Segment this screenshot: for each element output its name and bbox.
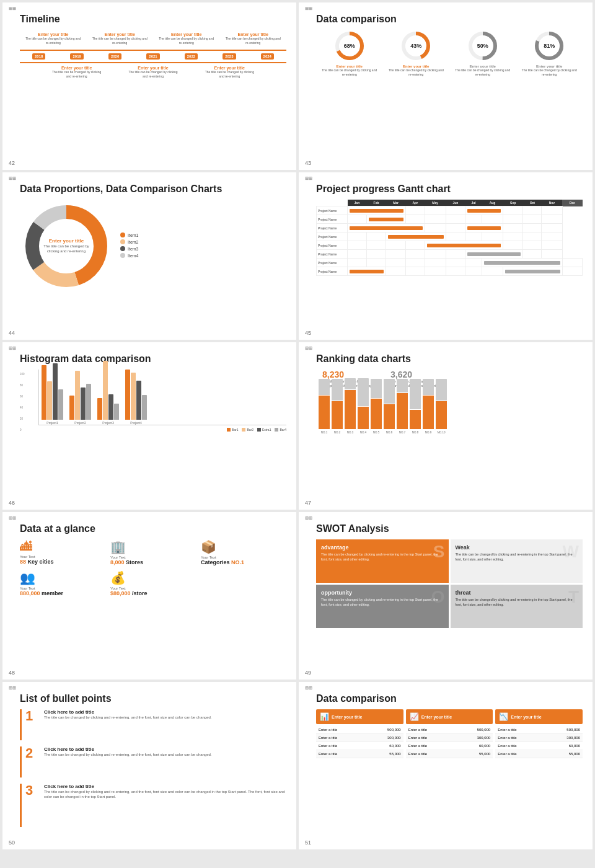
histogram-legend: Bar1 Bar2 Extra1 Bar4 (38, 428, 286, 432)
timeline-top-item-1: Enter your title The title can be change… (90, 32, 149, 45)
slide-43: ⊞⊞ Data comparison 68% Enter your title … (299, 2, 593, 170)
circle-item-3: 81% Enter your title The title can be ch… (520, 30, 579, 76)
timeline-year-badges: 2018 2019 2020 2021 2022 2023 2024 (20, 53, 286, 60)
circle-item-0: 68% Enter your title The title can be ch… (320, 30, 379, 76)
timeline-bottom-items: Enter your title The title can be change… (20, 66, 286, 78)
slide-45-logo: ⊞⊞ (305, 176, 312, 181)
glance-item-2: 📦 Your Text Categories NO.1 (201, 539, 286, 565)
slide-51-logo: ⊞⊞ (305, 686, 312, 691)
timeline-top-item-0: Enter your title The title can be change… (24, 32, 82, 45)
slide-47-number: 47 (305, 500, 311, 506)
slide-49: ⊞⊞ SWOT Analysis S advantage The title c… (299, 512, 593, 680)
histogram-chart: Project1 Project2 (38, 370, 286, 425)
glance-item-0: 🏙 Your Text 88 Key cities (20, 539, 105, 565)
circle-item-1: 43% Enter your title The title can be ch… (387, 30, 446, 76)
bullet-item-1: 1 Click here to add title The title can … (20, 709, 286, 740)
slide-45-title: Project progress Gantt chart (316, 184, 583, 195)
slide-49-title: SWOT Analysis (316, 523, 583, 534)
donut-center-text: Enter your title The title can be change… (43, 238, 90, 254)
circle-row: 68% Enter your title The title can be ch… (316, 30, 583, 76)
slide-47-title: Ranking data charts (316, 353, 583, 365)
slide-43-number: 43 (305, 160, 311, 166)
slide-48-logo: ⊞⊞ (9, 516, 16, 521)
slide-46-logo: ⊞⊞ (9, 346, 16, 351)
slide-42-title: Timeline (20, 14, 286, 25)
slide-51-title: Data comparison (316, 693, 583, 704)
bullet-item-2: 2 Click here to add title The title can … (20, 746, 286, 777)
ranking-chart: NO.1 NO.2 NO.3 NO.4 NO.5 NO.6 NO.7 NO.8 … (316, 391, 583, 434)
slide-43-title: Data comparison (316, 14, 583, 25)
glance-item-3: 👥 Your Text 880,000 member (20, 570, 105, 596)
glance-grid: 🏙 Your Text 88 Key cities 🏢 Your Text 8,… (20, 539, 286, 596)
swot-cell-t: T threat The title can be changed by cli… (451, 585, 583, 628)
slide-50: ⊞⊞ List of bullet points 1 Click here to… (2, 682, 296, 849)
slide-48: ⊞⊞ Data at a glance 🏙 Your Text 88 Key c… (2, 512, 296, 680)
gantt-row-7: Project Name (317, 259, 583, 267)
donut-legend: Item1 Item2 Item3 Item4 (120, 232, 139, 260)
gantt-row-5: Project Name (317, 241, 583, 250)
comp-col-1: 📈 Enter your title Enter a title500,000 … (406, 709, 493, 758)
timeline-bottom-item-0: Enter your title The title can be change… (51, 66, 102, 78)
timeline-top-items: Enter your title The title can be change… (20, 32, 286, 45)
slide-43-logo: ⊞⊞ (305, 6, 312, 11)
timeline-top-item-3: Enter your title The title can be change… (224, 32, 283, 45)
gantt-table: Jan Feb Mar Apr May Jun Jul Aug Sep Oct … (316, 200, 583, 276)
bullet-item-3: 3 Click here to add title The title can … (20, 784, 286, 827)
timeline-container: Enter your title The title can be change… (20, 30, 286, 81)
slide-49-number: 49 (305, 670, 311, 676)
comparison-columns: 📊 Enter your title Enter a title500,000 … (316, 709, 583, 758)
slide-42-logo: ⊞⊞ (9, 6, 16, 11)
donut-large-wrap: Enter your title The title can be change… (20, 200, 286, 293)
slide-42: ⊞⊞ Timeline Enter your title The title c… (2, 2, 296, 170)
timeline-top-item-2: Enter your title The title can be change… (157, 32, 216, 45)
slide-45: ⊞⊞ Project progress Gantt chart Jan Feb … (299, 172, 593, 340)
slide-44-number: 44 (9, 330, 15, 336)
slide-51: ⊞⊞ Data comparison 📊 Enter your title En… (299, 682, 593, 849)
slide-48-title: Data at a glance (20, 523, 286, 534)
gantt-row-1: Project Name (317, 206, 583, 215)
slide-47: ⊞⊞ Ranking data charts 8,230 The title a… (299, 342, 593, 510)
slide-44-logo: ⊞⊞ (9, 176, 16, 181)
slide-47-logo: ⊞⊞ (305, 346, 312, 351)
slide-49-logo: ⊞⊞ (305, 516, 312, 521)
slide-50-logo: ⊞⊞ (9, 686, 16, 691)
slide-45-number: 45 (305, 330, 311, 336)
gantt-row-2: Project Name (317, 215, 583, 224)
gantt-row-8: Project Name (317, 267, 583, 276)
timeline-bottom-item-2: Enter your title The title can be change… (205, 66, 255, 78)
glance-item-4: 💰 Your Text $80,000 /store (110, 570, 196, 596)
swot-cell-s: S advantage The title can be changed by … (316, 539, 449, 583)
comp-col-0: 📊 Enter your title Enter a title500,000 … (316, 709, 403, 758)
slide-50-title: List of bullet points (20, 693, 286, 704)
timeline-bottom-item-1: Enter your title The title can be change… (128, 66, 178, 78)
bullet-list: 1 Click here to add title The title can … (20, 709, 286, 827)
slide-50-number: 50 (9, 839, 15, 846)
gantt-row-3: Project Name (317, 224, 583, 232)
glance-item-1: 🏢 Your Text 8,000 Stores (110, 539, 196, 565)
comp-col-2: 📉 Enter your title Enter a title500,000 … (495, 709, 583, 758)
slide-44-title: Data Proportions, Data Comparison Charts (20, 184, 286, 195)
slide-46: ⊞⊞ Histogram data comparison 0 20 40 60 … (2, 342, 296, 510)
slide-51-number: 51 (305, 839, 311, 846)
gantt-row-6: Project Name (317, 250, 583, 259)
gantt-row-4: Project Name (317, 232, 583, 241)
slide-48-number: 48 (9, 670, 15, 676)
swot-grid: S advantage The title can be changed by … (316, 539, 583, 628)
slide-46-number: 46 (9, 500, 15, 506)
circle-item-2: 50% Enter your title The title can be ch… (453, 30, 512, 76)
swot-cell-o: O opportunity The title can be changed b… (316, 585, 449, 628)
slide-44: ⊞⊞ Data Proportions, Data Comparison Cha… (2, 172, 296, 340)
swot-cell-w: W Weak The title can be changed by click… (451, 539, 583, 583)
slide-42-number: 42 (9, 160, 15, 166)
